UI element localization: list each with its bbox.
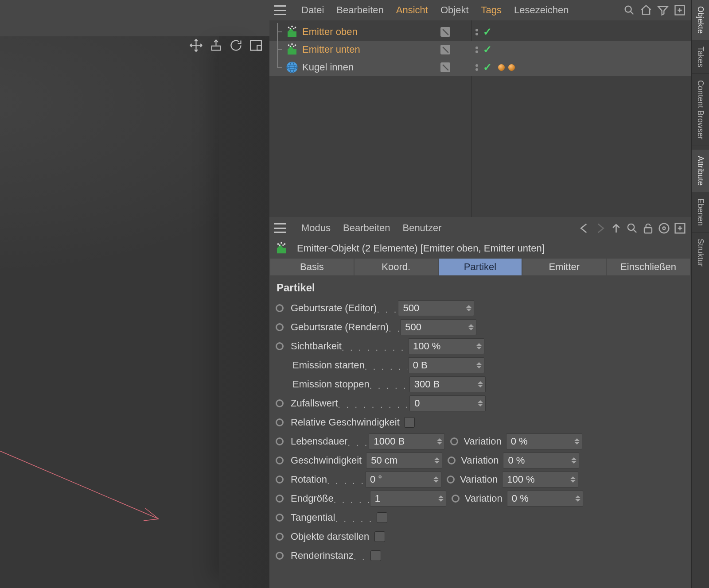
emit-stop-field[interactable]: 300 B [409,376,486,392]
tab-basis[interactable]: Basis [270,259,354,275]
menu-tags[interactable]: Tags [481,4,502,16]
keyframe-dot[interactable] [452,495,460,503]
keyframe-dot[interactable] [276,342,284,350]
keyframe-dot[interactable] [276,304,284,312]
object-name[interactable]: Kugel innen [302,62,354,73]
tab-include[interactable]: Einschließen [607,259,690,275]
nav-back-icon[interactable] [577,221,591,235]
visibility-dots[interactable] [474,46,479,53]
side-tab-content[interactable]: Content Browser [692,74,709,146]
target-icon[interactable] [657,221,670,235]
search-icon[interactable] [625,221,639,235]
spinner-arrows-icon[interactable] [569,453,579,468]
menu-user[interactable]: Benutzer [402,222,441,234]
menu-edit[interactable]: Bearbeiten [343,222,390,234]
tab-particle[interactable]: Partikel [439,259,522,275]
emit-start-field[interactable]: 0 B [408,357,484,373]
seed-field[interactable]: 0 [409,395,486,411]
spinner-arrows-icon[interactable] [572,434,582,449]
add-panel-icon[interactable] [673,221,686,235]
tab-emitter[interactable]: Emitter [522,259,606,275]
spinner-arrows-icon[interactable] [568,472,578,487]
birthrate-render-field[interactable]: 500 [400,319,476,335]
keyframe-dot[interactable] [447,476,455,484]
tree-row-emitter-oben[interactable]: Emitter oben ✓ [269,23,691,41]
side-tab-structure[interactable]: Struktur [692,232,709,273]
spinner-arrows-icon[interactable] [431,472,441,487]
spinner-arrows-icon[interactable] [474,358,484,373]
object-tree[interactable]: Emitter oben ✓ Emitter unten [269,20,691,217]
enable-check-icon[interactable]: ✓ [483,26,492,38]
spinner-arrows-icon[interactable] [464,301,474,316]
hamburger-icon[interactable] [274,5,286,15]
keyframe-dot[interactable] [276,399,284,407]
viewport[interactable] [0,0,269,588]
object-name[interactable]: Emitter unten [302,44,360,55]
keyframe-dot[interactable] [276,476,284,484]
object-name[interactable]: Emitter oben [302,26,358,38]
layer-color-box[interactable] [440,62,450,72]
extrude-icon[interactable] [209,38,223,53]
menu-file[interactable]: Datei [301,4,324,16]
spinner-arrows-icon[interactable] [466,320,476,335]
texture-tag-icon[interactable] [508,64,515,71]
home-icon[interactable] [639,4,653,17]
tree-row-kugel-innen[interactable]: Kugel innen ✓ [269,58,691,76]
keyframe-dot[interactable] [276,514,284,522]
hamburger-icon[interactable] [274,223,286,233]
rotation-var-field[interactable]: 100 % [502,472,578,487]
keyframe-dot[interactable] [276,418,284,426]
spinner-arrows-icon[interactable] [475,396,485,411]
spinner-arrows-icon[interactable] [474,339,484,354]
render-instance-checkbox[interactable] [370,550,381,561]
side-tab-attribute[interactable]: Attribute [692,150,709,192]
show-objects-checkbox[interactable] [374,531,385,542]
keyframe-dot[interactable] [276,323,284,331]
keyframe-dot[interactable] [450,437,458,445]
spinner-arrows-icon[interactable] [435,434,444,449]
texture-tag-icon[interactable] [498,64,505,71]
keyframe-dot[interactable] [276,437,284,445]
nav-up-icon[interactable] [609,221,623,235]
menu-mode[interactable]: Modus [301,222,331,234]
menu-object[interactable]: Objekt [440,4,469,16]
speed-field[interactable]: 50 cm [366,453,442,468]
spinner-arrows-icon[interactable] [475,377,485,392]
layer-color-box[interactable] [440,27,450,37]
spinner-arrows-icon[interactable] [436,491,446,506]
rotate-icon[interactable] [229,38,243,53]
tree-row-emitter-unten[interactable]: Emitter unten ✓ [269,41,691,58]
menu-edit[interactable]: Bearbeiten [336,4,383,16]
move-icon[interactable] [189,38,203,53]
search-icon[interactable] [623,4,636,17]
spinner-arrows-icon[interactable] [432,453,442,468]
end-size-field[interactable]: 1 [370,491,446,507]
keyframe-dot[interactable] [276,552,284,560]
menu-bookmarks[interactable]: Lesezeichen [514,4,569,16]
visibility-dots[interactable] [474,29,479,35]
enable-check-icon[interactable]: ✓ [483,43,492,56]
visibility-dots[interactable] [474,64,479,71]
birthrate-editor-field[interactable]: 500 [398,300,474,316]
lifetime-var-field[interactable]: 0 % [506,433,582,449]
keyframe-dot[interactable] [448,456,456,464]
menu-view[interactable]: Ansicht [396,4,428,16]
side-tab-layers[interactable]: Ebenen [692,192,709,232]
add-panel-icon[interactable] [673,4,686,17]
tab-coord[interactable]: Koord. [354,259,438,275]
filter-icon[interactable] [656,4,670,17]
keyframe-dot[interactable] [276,495,284,503]
rel-speed-checkbox[interactable] [404,417,415,428]
lock-icon[interactable] [641,221,654,235]
side-tab-takes[interactable]: Takes [692,40,709,74]
lifetime-field[interactable]: 1000 B [369,433,445,449]
enable-check-icon[interactable]: ✓ [483,61,492,74]
speed-var-field[interactable]: 0 % [503,453,579,468]
side-tab-objects[interactable]: Objekte [692,0,709,40]
spinner-arrows-icon[interactable] [573,491,583,506]
visibility-field[interactable]: 100 % [408,338,484,354]
keyframe-dot[interactable] [276,456,284,464]
nav-forward-icon[interactable] [593,221,607,235]
frame-icon[interactable] [249,38,263,53]
rotation-field[interactable]: 0 ° [365,472,441,487]
